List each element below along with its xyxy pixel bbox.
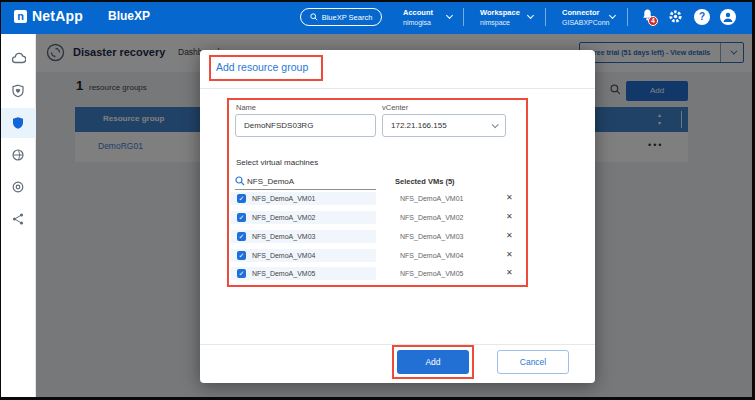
vm-name: NFS_DemoA_VM05 [252,270,315,277]
dialog-divider [200,88,595,89]
chevron-down-icon[interactable] [609,12,616,19]
checkbox-checked-icon[interactable] [237,269,246,278]
netapp-logo-icon: n [14,10,27,23]
user-icon[interactable] [720,9,737,26]
target-icon[interactable] [0,172,36,202]
name-field[interactable]: DemoNFSDS03RG [235,114,376,137]
restore-globe-icon[interactable] [0,140,36,170]
workspace-value: nimspace [480,19,520,26]
vm-list-item[interactable]: NFS_DemoA_VM04 [231,249,376,262]
dialog-add-button[interactable]: Add [397,350,469,374]
vm-name: NFS_DemoA_VM04 [252,252,315,259]
checkbox-checked-icon[interactable] [237,213,246,222]
top-header-bar: n NetApp BlueXP BlueXP Search Account ni… [0,0,755,34]
dialog-footer-divider [200,344,595,345]
selected-vm-name: NFS_DemoA_VM02 [400,214,463,221]
header-divider [627,8,628,26]
dialog-cancel-button[interactable]: Cancel [497,350,569,374]
vm-search-icon [235,176,245,186]
connector-value: GISABXPConn [562,19,609,26]
header-divider [545,8,546,26]
connector-label: Connector [562,8,609,17]
protection-shield-icon[interactable] [0,108,36,138]
left-nav-sidebar [0,34,36,400]
remove-vm-icon[interactable] [506,269,513,277]
vcenter-select[interactable]: 172.21.166.155 [382,114,506,137]
vcenter-value: 172.21.166.155 [391,121,447,130]
product-name: BlueXP [108,9,150,23]
remove-vm-icon[interactable] [506,194,513,202]
header-divider [463,8,464,26]
workspace-menu[interactable]: Workspace nimspace [480,8,520,26]
selected-vms-label: Selected VMs (5) [395,177,455,186]
checkbox-checked-icon[interactable] [237,194,246,203]
account-value: nimogisa [403,19,433,26]
help-icon[interactable]: ? [694,9,711,26]
selected-vm-name: NFS_DemoA_VM01 [400,195,463,202]
storage-icon[interactable] [0,44,36,74]
gear-icon[interactable] [668,9,685,26]
vm-name: NFS_DemoA_VM03 [252,233,315,240]
vm-list-item[interactable]: NFS_DemoA_VM03 [231,230,376,243]
name-label: Name [236,103,256,112]
dialog-title: Add resource group [216,61,308,73]
remove-vm-icon[interactable] [506,213,513,221]
selected-vm-name: NFS_DemoA_VM03 [400,233,463,240]
bluexp-search-button[interactable]: BlueXP Search [300,8,382,26]
workspace-label: Workspace [480,8,520,17]
vm-search-input[interactable]: NFS_DemoA [247,177,294,186]
remove-vm-icon[interactable] [506,232,513,240]
search-label: BlueXP Search [322,13,373,22]
vm-name: NFS_DemoA_VM01 [252,195,315,202]
select-vms-label: Select virtual machines [236,158,318,167]
brand-name: NetApp [32,8,83,24]
health-shield-icon[interactable] [0,76,36,106]
chevron-down-icon[interactable] [527,12,534,19]
add-resource-group-dialog: Add resource group Name DemoNFSDS03RG vC… [200,50,595,383]
notification-badge: 4 [648,16,658,26]
selected-vm-name: NFS_DemoA_VM05 [400,270,463,277]
checkbox-checked-icon[interactable] [237,232,246,241]
vm-name: NFS_DemoA_VM02 [252,214,315,221]
selected-vm-name: NFS_DemoA_VM04 [400,252,463,259]
vm-search-underline [235,189,376,190]
notifications-bell-icon[interactable]: 4 [640,8,657,25]
connector-menu[interactable]: Connector GISABXPConn [562,8,609,26]
share-icon[interactable] [0,204,36,234]
vm-list-item[interactable]: NFS_DemoA_VM01 [231,192,376,205]
remove-vm-icon[interactable] [506,251,513,259]
account-menu[interactable]: Account nimogisa [403,8,433,26]
vcenter-label: vCenter [382,103,408,112]
vm-list-item[interactable]: NFS_DemoA_VM05 [231,267,376,280]
chevron-down-icon[interactable] [446,12,453,19]
chevron-down-icon [492,121,499,128]
name-value: DemoNFSDS03RG [244,121,313,130]
account-label: Account [403,8,433,17]
checkbox-checked-icon[interactable] [237,251,246,260]
bluexp-window: n NetApp BlueXP BlueXP Search Account ni… [0,0,755,400]
vm-list-item[interactable]: NFS_DemoA_VM02 [231,211,376,224]
search-icon [310,13,318,21]
